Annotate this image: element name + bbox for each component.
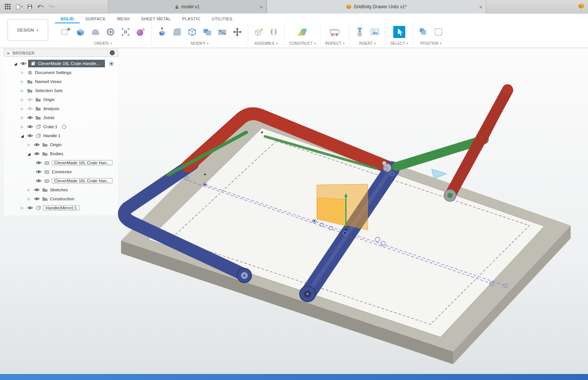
tab-plastic[interactable]: PLASTIC [177,15,206,23]
expand-arrow-icon[interactable]: ▷ [26,143,32,147]
shell-icon[interactable] [186,26,198,38]
folder-icon [35,115,41,120]
expand-arrow-icon[interactable]: ▷ [20,206,25,210]
redo-button[interactable]: ↷ ▾ [47,2,56,12]
tree-item-body-clevermade-1[interactable]: CleverMade 16L Crate Han... [4,158,118,167]
expand-arrow-icon[interactable]: ◢ [20,134,25,138]
fillet-icon[interactable] [171,26,183,38]
manipulator-arrow[interactable] [432,169,447,179]
undo-button[interactable]: ↶ ▾ [36,2,45,12]
construct-dropdown[interactable]: CONSTRUCT ▾ [289,41,316,45]
workspace-selector-design[interactable]: DESIGN ▾ [8,19,48,41]
expand-arrow-icon[interactable]: ▷ [20,98,25,101]
tab-sheet-metal[interactable]: SHEET METAL [135,15,177,23]
eye-icon[interactable] [33,197,40,201]
eye-icon[interactable] [27,133,33,138]
tree-item-selection-sets[interactable]: ▷ Selection Sets [4,86,118,95]
collapse-panel-icon[interactable]: « [7,51,10,55]
create-form-icon[interactable] [135,26,147,38]
tree-item-bodies[interactable]: ◢ Bodies [4,149,118,158]
close-tab-icon[interactable]: × [479,4,482,10]
eye-icon[interactable] [35,170,42,174]
eye-icon[interactable] [33,142,40,147]
minimize-browser-icon[interactable]: − [110,50,115,55]
insert-canvas-icon[interactable] [369,26,381,38]
construction-plane-icon[interactable] [296,26,308,38]
eye-off-icon[interactable] [27,106,33,111]
expand-arrow-icon[interactable]: ▷ [20,80,25,83]
ribbon-toolbar: DESIGN ▾ SOLID SURFACE MESH SHEET METAL … [0,14,588,48]
activate-component-radio[interactable] [109,62,114,66]
move-copy-icon[interactable] [231,26,243,38]
tree-item-handle-origin[interactable]: ▷ Origin [4,140,118,149]
expand-arrow-icon[interactable]: ▷ [20,116,25,120]
expand-arrow-icon[interactable]: ◢ [26,152,32,156]
tree-item-root-component[interactable]: ◢ CleverMade 16L Crate Handle... [4,59,118,68]
tree-item-named-views[interactable]: ▷ Named Views [4,77,118,86]
document-tab-model-v1[interactable]: model v1 × [108,0,267,14]
tree-item-sketches[interactable]: ▷ Sketches [4,185,118,194]
coil-icon[interactable] [105,26,117,38]
close-tab-icon[interactable]: × [259,4,263,10]
revert-position-icon[interactable] [432,26,444,38]
expand-arrow-icon[interactable]: ▷ [20,107,25,111]
extensions-button[interactable] [578,3,584,11]
new-component-icon[interactable] [253,26,265,38]
tree-item-crate-1[interactable]: ▷ Crate:1 [4,122,118,131]
assemble-dropdown[interactable]: ASSEMBLE ▾ [255,41,278,45]
expand-arrow-icon[interactable]: ▷ [26,188,32,192]
document-tab-gridfinity[interactable]: Gridfinity Drawer Units v1* × [267,0,486,14]
position-dropdown[interactable]: POSITION ▾ [420,41,441,45]
combine-icon[interactable] [201,26,213,38]
eye-icon[interactable] [35,160,42,165]
tree-item-body-connector[interactable]: Connector [4,167,118,176]
split-body-icon[interactable] [216,26,228,38]
box-icon[interactable] [74,26,86,38]
tree-item-handle-mirror-1[interactable]: ▷ Handle(Mirror):1 [4,203,118,212]
expand-arrow-icon[interactable]: ▷ [20,125,25,129]
app-grid-menu-button[interactable] [4,2,12,12]
eye-icon[interactable] [33,188,40,192]
create-sketch-icon[interactable] [59,26,71,38]
activate-component-radio[interactable] [62,125,66,129]
tree-item-document-settings[interactable]: ▷ ⚙ Document Settings [4,68,118,77]
expand-arrow-icon[interactable]: ◢ [13,62,18,66]
eye-icon[interactable] [35,179,42,183]
tab-solid[interactable]: SOLID [55,15,80,23]
joint-icon[interactable] [268,26,280,38]
measure-icon[interactable] [329,26,341,38]
pattern-rectangle-icon[interactable] [120,26,132,38]
eye-icon[interactable] [33,151,40,156]
tree-item-body-clevermade-2[interactable]: CleverMade 16L Crate Han... [4,176,118,185]
inspect-dropdown[interactable]: INSPECT ▾ [325,41,344,45]
expand-arrow-icon[interactable]: ▷ [26,197,32,201]
tab-utilities[interactable]: UTILITIES [206,15,238,23]
press-pull-icon[interactable] [156,26,168,38]
insert-derive-icon[interactable] [354,26,366,38]
save-button[interactable] [26,2,34,12]
eye-off-icon[interactable] [27,97,33,102]
body-icon [44,160,50,165]
modify-dropdown[interactable]: MODIFY ▾ [191,41,209,45]
file-menu-button[interactable]: ▾ [14,2,24,12]
revolve-icon[interactable] [89,26,102,38]
browser-tree: ◢ CleverMade 16L Crate Handle... ▷ ⚙ Doc… [4,57,118,215]
eye-icon[interactable] [27,124,33,129]
create-dropdown[interactable]: CREATE ▾ [94,41,112,45]
tab-surface[interactable]: SURFACE [80,15,112,23]
tree-item-handle-1[interactable]: ◢ Handle:1 [4,131,118,140]
insert-dropdown[interactable]: INSERT ▾ [359,41,376,45]
eye-icon[interactable] [20,61,26,66]
tree-item-analysis[interactable]: ▷ Analysis [4,104,118,113]
capture-position-icon[interactable] [417,26,429,38]
select-dropdown[interactable]: SELECT ▾ [390,41,408,45]
tree-item-origin[interactable]: ▷ Origin [4,95,118,104]
select-cursor-icon[interactable] [393,26,405,38]
tree-item-joints[interactable]: ▷ Joints [4,113,118,122]
expand-arrow-icon[interactable]: ▷ [20,71,25,74]
eye-icon[interactable] [27,206,33,210]
tree-item-construction[interactable]: ▷ Construction [4,194,118,203]
eye-icon[interactable] [27,115,33,120]
tab-mesh[interactable]: MESH [111,15,135,23]
expand-arrow-icon[interactable]: ▷ [20,89,25,92]
